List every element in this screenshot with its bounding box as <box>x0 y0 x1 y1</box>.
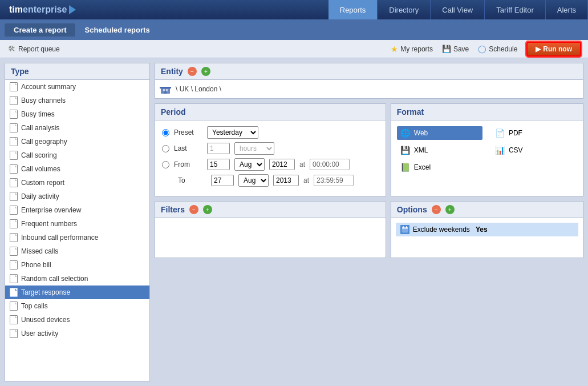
format-grid: 🌐Web📄PDF💾XML📊CSV📗Excel <box>391 120 583 180</box>
sidebar-item[interactable]: Call geography <box>5 135 149 148</box>
options-add-button[interactable]: + <box>445 205 455 214</box>
sidebar-item-label: Call geography <box>21 138 67 146</box>
doc-icon <box>10 137 18 146</box>
sidebar-item[interactable]: Account summary <box>5 80 149 94</box>
run-now-label: Run now <box>543 45 572 53</box>
format-item-csv[interactable]: 📊CSV <box>492 143 577 157</box>
sidebar: Type Account summaryBusy channelsBusy ti… <box>5 63 150 381</box>
sidebar-item[interactable]: Busy channels <box>5 94 149 107</box>
sidebar-item[interactable]: Busy times <box>5 107 149 121</box>
period-from-day-input[interactable] <box>207 159 230 170</box>
nav-tab-directory[interactable]: Directory <box>378 0 431 19</box>
period-last-radio[interactable] <box>162 145 169 152</box>
sub-nav: Create a reportScheduled reports <box>0 19 588 40</box>
doc-icon <box>10 164 18 174</box>
subnav-tab-scheduled[interactable]: Scheduled reports <box>75 23 159 37</box>
format-item-web[interactable]: 🌐Web <box>397 126 482 140</box>
entity-building-icon <box>160 85 171 94</box>
period-from-month-select[interactable]: JanFebMarAprMayJunJulAugSepOctNovDec <box>234 158 265 171</box>
sidebar-item-label: Call analysis <box>21 124 59 132</box>
period-from-radio[interactable] <box>162 161 169 168</box>
nav-tab-callview[interactable]: Call View <box>431 0 485 19</box>
doc-icon <box>10 178 18 187</box>
star-icon: ★ <box>391 45 398 54</box>
format-icon-xml: 💾 <box>400 145 411 155</box>
period-preset-select[interactable]: YesterdayTodayThis weekLast weekThis mon… <box>207 126 258 139</box>
sidebar-item[interactable]: Target response <box>5 286 149 299</box>
entity-remove-button[interactable]: − <box>188 67 197 76</box>
period-header: Period <box>155 104 386 120</box>
sidebar-item[interactable]: Enterprise overview <box>5 203 149 217</box>
schedule-icon: ◯ <box>478 45 486 53</box>
period-to-year-input[interactable] <box>273 175 299 186</box>
period-last-value-input[interactable] <box>207 143 230 154</box>
doc-icon <box>10 260 18 270</box>
period-preset-radio[interactable] <box>162 129 169 136</box>
sidebar-item[interactable]: Frequent numbers <box>5 217 149 231</box>
schedule-button[interactable]: ◯ Schedule <box>478 45 517 53</box>
my-reports-button[interactable]: ★ My reports <box>391 45 433 54</box>
doc-icon <box>10 123 18 132</box>
filters-remove-button[interactable]: − <box>189 205 198 214</box>
sidebar-item[interactable]: Call scoring <box>5 148 149 162</box>
entity-add-button[interactable]: + <box>201 67 210 76</box>
format-item-xml[interactable]: 💾XML <box>397 143 482 157</box>
period-to-label: To <box>178 176 206 184</box>
options-remove-button[interactable]: − <box>432 205 441 214</box>
report-queue-button[interactable]: 🛠 Report queue <box>7 45 60 54</box>
period-to-day-input[interactable] <box>211 175 234 186</box>
doc-icon <box>10 206 18 215</box>
doc-icon <box>10 233 18 242</box>
options-exclude-value: Yes <box>476 226 488 234</box>
period-last-unit-select[interactable]: hoursdaysweeksmonths <box>234 142 274 155</box>
sidebar-item[interactable]: Phone bill <box>5 258 149 272</box>
entity-path-text: \ UK \ London \ <box>176 85 221 93</box>
format-item-excel[interactable]: 📗Excel <box>397 160 482 174</box>
sidebar-item[interactable]: Custom report <box>5 176 149 190</box>
sidebar-item-label: Busy times <box>21 110 55 118</box>
sidebar-item[interactable]: Missed calls <box>5 244 149 258</box>
sidebar-item-label: Top calls <box>21 302 48 310</box>
format-item-pdf[interactable]: 📄PDF <box>492 126 577 140</box>
period-from-time-input[interactable] <box>310 159 350 170</box>
sidebar-item[interactable]: Inbound call performance <box>5 231 149 244</box>
sidebar-item-label: Inbound call performance <box>21 234 98 242</box>
doc-icon <box>10 110 18 119</box>
sidebar-item-label: Daily activity <box>21 192 59 200</box>
nav-tab-alerts[interactable]: Alerts <box>546 0 588 19</box>
doc-icon <box>10 329 18 338</box>
sidebar-item[interactable]: User activity <box>5 327 149 340</box>
nav-tab-tariff[interactable]: Tariff Editor <box>485 0 546 19</box>
sidebar-item-label: Enterprise overview <box>21 206 81 214</box>
sidebar-item[interactable]: Daily activity <box>5 190 149 203</box>
period-from-year-input[interactable] <box>269 159 295 170</box>
period-to-at: at <box>303 176 309 184</box>
period-column: Period Preset YesterdayTodayThis weekLas… <box>155 103 386 196</box>
sidebar-item[interactable]: Random call selection <box>5 272 149 286</box>
doc-icon <box>10 151 18 160</box>
filters-add-button[interactable]: + <box>203 205 212 214</box>
run-now-button[interactable]: ▶ Run now <box>526 42 581 57</box>
save-button[interactable]: 💾 Save <box>442 45 469 53</box>
doc-icon <box>10 315 18 324</box>
run-now-icon: ▶ <box>536 45 541 53</box>
sidebar-item[interactable]: Call analysis <box>5 121 149 135</box>
sidebar-item[interactable]: Top calls <box>5 299 149 313</box>
doc-icon <box>10 288 18 297</box>
sidebar-item[interactable]: Call volumes <box>5 162 149 176</box>
save-label: Save <box>453 45 469 53</box>
period-from-row: From JanFebMarAprMayJunJulAugSepOctNovDe… <box>162 158 379 171</box>
options-exclude-weekends[interactable]: Exclude weekends Yes <box>396 223 578 236</box>
svg-rect-2 <box>163 89 165 91</box>
subnav-tab-create[interactable]: Create a report <box>5 23 75 37</box>
report-queue-label: Report queue <box>18 45 60 53</box>
sidebar-item[interactable]: Unused devices <box>5 313 149 327</box>
filters-column: Filters − + <box>155 201 386 258</box>
sidebar-list[interactable]: Account summaryBusy channelsBusy timesCa… <box>5 80 149 381</box>
period-to-time-input[interactable] <box>314 175 354 186</box>
doc-icon <box>10 274 18 283</box>
period-to-month-select[interactable]: JanFebMarAprMayJunJulAugSepOctNovDec <box>238 174 269 187</box>
entity-path: \ UK \ London \ <box>155 80 583 98</box>
doc-icon <box>10 301 18 311</box>
nav-tab-reports[interactable]: Reports <box>329 0 378 19</box>
